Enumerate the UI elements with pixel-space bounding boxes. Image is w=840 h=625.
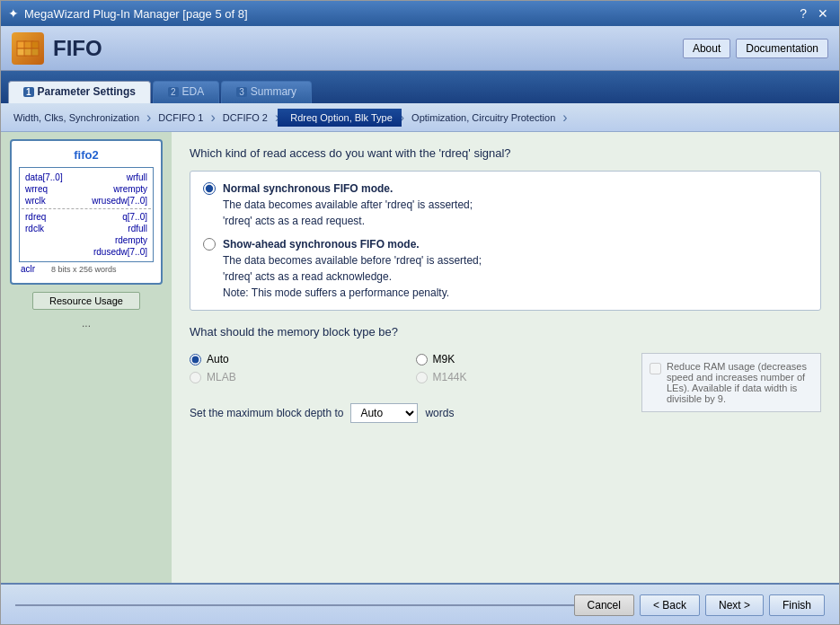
rdreq-title-normal: Normal synchronous FIFO mode. (223, 182, 393, 195)
reduce-ram-checkbox[interactable] (650, 363, 661, 374)
diagram-inner: data[7..0] wrfull wrreq wrempty wrclk wr… (19, 167, 154, 262)
memory-radio-m9k[interactable] (416, 354, 428, 365)
memory-label-auto: Auto (207, 353, 229, 365)
signal-row-6: rdempty (22, 234, 151, 246)
signal-data: data[7..0] (25, 172, 63, 182)
rdreq-label-showahead: Show-ahead synchronous FIFO mode. The da… (223, 236, 482, 301)
memory-option-mlab: MLAB (190, 371, 405, 383)
breadcrumb-5[interactable]: Optimization, Circuitry Protection (402, 109, 564, 127)
finish-button[interactable]: Finish (769, 594, 825, 616)
bottom-divider (15, 604, 574, 606)
app-name: FIFO (53, 36, 102, 61)
memory-option-m144k: M144K (416, 371, 632, 383)
signal-wrusedw: wrusedw[7..0] (92, 196, 147, 206)
rdreq-radio-normal[interactable] (203, 182, 216, 195)
memory-question: What should the memory block type be? (190, 325, 821, 339)
breadcrumb-3[interactable]: DCFIFO 2 (214, 109, 277, 127)
memory-option-m9k: M9K (416, 353, 632, 365)
app-icon: ✦ (8, 6, 19, 21)
rdreq-option-normal: Normal synchronous FIFO mode. The data b… (203, 180, 808, 229)
tab-num-2: 2 (168, 87, 179, 97)
signal-rdfull: rdfull (128, 224, 147, 233)
back-button[interactable]: < Back (640, 594, 700, 616)
signal-row-1: data[7..0] wrfull (22, 172, 151, 183)
signal-row-7: rdusedw[7..0] (22, 246, 151, 258)
bottom-bar: Cancel < Back Next > Finish (1, 583, 839, 625)
tab-num-1: 1 (23, 87, 34, 97)
reduce-ram-text: Reduce RAM usage (decreases speed and in… (667, 361, 813, 404)
memory-label-mlab: MLAB (207, 371, 236, 383)
memory-option-auto: Auto (190, 353, 405, 365)
memory-label-m9k: M9K (433, 353, 455, 365)
signal-row-3: wrclk wrusedw[7..0] (22, 195, 151, 207)
tab-label-2: EDA (182, 85, 205, 98)
signal-wrempty: wrempty (113, 184, 147, 194)
next-button[interactable]: Next > (705, 594, 764, 616)
title-bar-controls: ? ✕ (796, 7, 832, 20)
signal-wrreq: wrreq (25, 184, 48, 194)
close-button[interactable]: ✕ (814, 7, 832, 20)
tab-label-3: Summary (251, 85, 296, 98)
signal-q: q[7..0] (122, 212, 147, 222)
depth-label: Set the maximum block depth to (190, 407, 343, 419)
rdreq-desc-normal: The data becomes available after 'rdreq'… (223, 198, 473, 227)
rdreq-desc-showahead: The data becomes available before 'rdreq… (223, 254, 482, 299)
rdreq-label-normal: Normal synchronous FIFO mode. The data b… (223, 180, 473, 229)
bottom-buttons: Cancel < Back Next > Finish (574, 594, 825, 616)
about-button[interactable]: About (683, 39, 730, 58)
resource-usage-button[interactable]: Resource Usage (32, 292, 140, 310)
right-panel: Which kind of read access do you want wi… (172, 132, 839, 583)
signal-row-5: rdclk rdfull (22, 223, 151, 234)
dots-label: ... (82, 317, 91, 330)
signal-rdempty: rdempty (115, 235, 147, 245)
header-buttons: About Documentation (683, 39, 828, 58)
title-bar: ✦ MegaWizard Plug-In Manager [page 5 of … (1, 1, 839, 26)
rdreq-title-showahead: Show-ahead synchronous FIFO mode. (223, 238, 420, 251)
tab-parameter-settings[interactable]: 1 Parameter Settings (8, 81, 151, 103)
memory-radio-m144k[interactable] (416, 372, 428, 383)
header-left: FIFO (12, 32, 102, 65)
breadcrumb-1[interactable]: Width, Clks, Synchronization (4, 109, 148, 127)
signal-wrclk: wrclk (25, 196, 46, 206)
title-bar-content: ✦ MegaWizard Plug-In Manager [page 5 of … (8, 6, 248, 21)
tab-label-1: Parameter Settings (38, 85, 136, 98)
tab-eda[interactable]: 2 EDA (153, 81, 219, 103)
app-header: FIFO About Documentation (1, 26, 839, 71)
rdreq-option-group: Normal synchronous FIFO mode. The data b… (190, 171, 821, 311)
fifo-diagram: fifo2 data[7..0] wrfull wrreq wrempty wr… (10, 139, 163, 285)
signal-row-4: rdreq q[7..0] (22, 211, 151, 223)
signal-rdusedw: rdusedw[7..0] (93, 247, 147, 257)
rdreq-option-showahead: Show-ahead synchronous FIFO mode. The da… (203, 236, 808, 301)
breadcrumb-4[interactable]: Rdreq Option, Blk Type (278, 109, 402, 127)
documentation-button[interactable]: Documentation (736, 39, 828, 58)
signal-wrfull: wrfull (127, 172, 147, 182)
rdreq-question: Which kind of read access do you want wi… (190, 146, 821, 160)
left-panel: fifo2 data[7..0] wrfull wrreq wrempty wr… (1, 132, 172, 583)
cancel-button[interactable]: Cancel (574, 594, 634, 616)
fifo-icon (12, 32, 44, 65)
diagram-title: fifo2 (17, 148, 155, 162)
breadcrumb-bar: Width, Clks, Synchronization › DCFIFO 1 … (1, 103, 839, 132)
tab-summary[interactable]: 3 Summary (221, 81, 312, 103)
aclr-label: aclr (21, 264, 48, 274)
memory-radio-mlab[interactable] (190, 372, 201, 383)
depth-select[interactable]: Auto 128 256 512 1024 (350, 403, 418, 423)
tab-bar: 1 Parameter Settings 2 EDA 3 Summary (1, 71, 839, 103)
signal-rdclk: rdclk (25, 224, 44, 233)
aclr-row: aclr 8 bits x 256 words (17, 262, 155, 276)
breadcrumb-2[interactable]: DCFIFO 1 (149, 109, 212, 127)
tab-num-3: 3 (236, 87, 247, 97)
signal-row-2: wrreq wrempty (22, 183, 151, 195)
signal-rdreq: rdreq (25, 212, 46, 222)
window-title: MegaWizard Plug-In Manager [page 5 of 8] (24, 7, 248, 21)
svg-rect-2 (31, 41, 39, 48)
aclr-desc: 8 bits x 256 words (51, 265, 117, 274)
memory-label-m144k: M144K (433, 371, 467, 383)
help-button[interactable]: ? (796, 7, 810, 20)
memory-radio-auto[interactable] (190, 354, 201, 365)
svg-rect-5 (31, 48, 39, 56)
main-content: fifo2 data[7..0] wrfull wrreq wrempty wr… (1, 132, 839, 583)
words-label: words (425, 407, 454, 419)
rdreq-radio-showahead[interactable] (203, 238, 216, 251)
depth-row: Set the maximum block depth to Auto 128 … (190, 400, 631, 427)
